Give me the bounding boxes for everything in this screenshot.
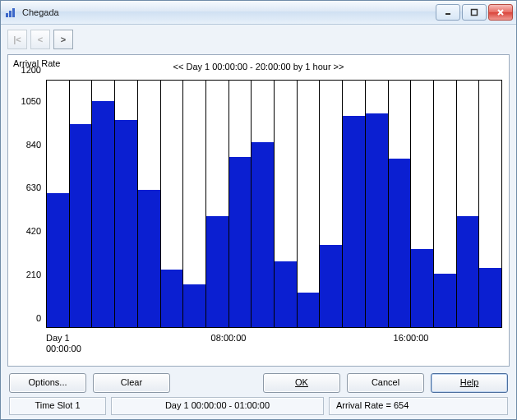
ok-button[interactable]: OK xyxy=(263,373,340,393)
y-tick-label: 210 xyxy=(26,270,41,279)
next-button[interactable]: > xyxy=(53,30,73,49)
status-timeslot: Time Slot 1 xyxy=(9,397,106,415)
plot xyxy=(46,80,502,328)
svg-rect-0 xyxy=(6,13,8,17)
maximize-button[interactable] xyxy=(462,4,487,21)
status-bar: Time Slot 1 Day 1 00:00:00 - 01:00:00 Ar… xyxy=(1,395,516,420)
cancel-button[interactable]: Cancel xyxy=(347,373,424,393)
bar xyxy=(479,81,501,327)
status-range: Day 1 00:00:00 - 01:00:00 xyxy=(111,397,324,415)
bar xyxy=(183,81,206,327)
x-tick-label: Day 1 00:00:00 xyxy=(46,333,81,354)
chart-panel: Arrival Rate << Day 1 00:00:00 - 20:00:0… xyxy=(7,54,510,367)
prev-button[interactable]: < xyxy=(30,30,50,49)
y-tick-label: 1200 xyxy=(21,65,41,75)
button-row: Options... Clear OK Cancel Help xyxy=(1,372,516,395)
options-button[interactable]: Options... xyxy=(9,373,86,393)
status-rate: Arrival Rate = 654 xyxy=(329,397,508,415)
bar xyxy=(115,81,138,327)
y-tick-label: 1050 xyxy=(21,96,41,106)
plot-area xyxy=(46,80,502,328)
x-tick-label: 16:00:00 xyxy=(394,333,429,344)
bar xyxy=(389,81,412,327)
bar xyxy=(138,81,161,327)
window-title: Chegada xyxy=(22,7,59,17)
bar-series xyxy=(47,81,501,327)
x-axis: Day 1 00:00:0008:00:0016:00:00 xyxy=(46,331,502,359)
svg-rect-2 xyxy=(12,8,15,17)
bar xyxy=(161,81,184,327)
y-tick-label: 630 xyxy=(26,182,41,192)
y-axis: 021042063084010501200 xyxy=(8,80,44,328)
bar xyxy=(252,81,275,327)
bar xyxy=(206,81,229,327)
bar xyxy=(92,81,115,327)
bar xyxy=(320,81,343,327)
help-label: Help xyxy=(460,377,479,387)
bar xyxy=(47,81,70,327)
bar xyxy=(366,81,389,327)
help-button[interactable]: Help xyxy=(431,373,508,393)
app-window: Chegada |< < > Arrival Rate << Day 1 00:… xyxy=(0,0,517,420)
bar xyxy=(343,81,366,327)
bar xyxy=(457,81,480,327)
ok-label: OK xyxy=(295,377,308,387)
rewind-button[interactable]: |< xyxy=(7,30,27,49)
chart-title: << Day 1 00:00:00 - 20:00:00 by 1 hour >… xyxy=(13,62,504,72)
bar xyxy=(70,81,93,327)
bar xyxy=(411,81,434,327)
svg-rect-1 xyxy=(9,11,12,17)
bar xyxy=(298,81,321,327)
close-button[interactable] xyxy=(488,4,513,21)
bar xyxy=(434,81,457,327)
clear-button[interactable]: Clear xyxy=(93,373,170,393)
y-tick-label: 420 xyxy=(26,226,41,236)
bar xyxy=(275,81,298,327)
window-buttons xyxy=(436,4,513,21)
svg-rect-4 xyxy=(472,10,478,16)
toolbar: |< < > xyxy=(1,25,516,51)
y-tick-label: 840 xyxy=(26,140,41,150)
y-tick-label: 0 xyxy=(36,313,41,323)
bar xyxy=(229,81,252,327)
x-tick-label: 08:00:00 xyxy=(211,333,247,344)
titlebar: Chegada xyxy=(1,1,516,25)
chart-icon xyxy=(4,6,17,19)
minimize-button[interactable] xyxy=(436,4,460,21)
